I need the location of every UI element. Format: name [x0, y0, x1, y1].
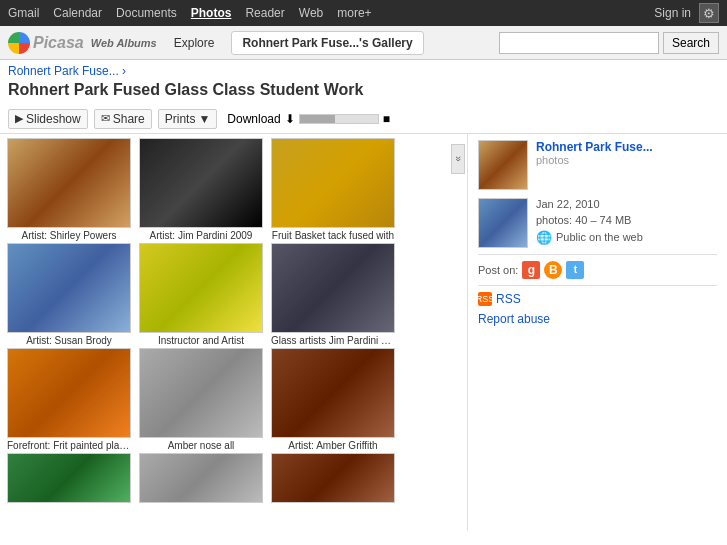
sidebar-album-sub: photos [536, 154, 653, 166]
download-progress-bar [299, 114, 379, 124]
explore-tab[interactable]: Explore [163, 31, 226, 55]
photo-thumbnail[interactable] [139, 243, 263, 333]
breadcrumb-link[interactable]: Rohnert Park Fuse... [8, 64, 119, 78]
page-title: Rohnert Park Fused Glass Class Student W… [0, 80, 727, 105]
photo-cell [4, 453, 134, 503]
top-nav-right: Sign in ⚙ [654, 3, 719, 23]
sidebar-album-thumbnail[interactable] [478, 140, 528, 190]
header-bar: Picasa Web Albums Explore Rohnert Park F… [0, 26, 727, 60]
slideshow-label: Slideshow [26, 112, 81, 126]
search-input[interactable] [499, 32, 659, 54]
slideshow-button[interactable]: ▶ Slideshow [8, 109, 88, 129]
rss-icon: RSS [478, 292, 492, 306]
photo-row: Artist: Susan Brody Instructor and Artis… [4, 243, 447, 346]
prints-button[interactable]: Prints ▼ [158, 109, 218, 129]
photo-cell: Artist: Shirley Powers [4, 138, 134, 241]
photo-thumbnail[interactable] [271, 138, 395, 228]
nav-more[interactable]: more+ [337, 6, 371, 20]
expand-sidebar-button[interactable]: » [451, 144, 465, 174]
sidebar-divider-2 [478, 285, 717, 286]
sidebar-divider [478, 254, 717, 255]
sidebar: Rohnert Park Fuse... photos Jan 22, 2010… [467, 134, 727, 531]
photo-thumbnail[interactable] [271, 243, 395, 333]
sidebar-date: Jan 22, 2010 [536, 198, 643, 210]
share-button[interactable]: ✉ Share [94, 109, 152, 129]
post-icons: g B t [522, 261, 584, 279]
prints-arrow-icon: ▼ [198, 112, 210, 126]
download-end-icon: ■ [383, 112, 390, 126]
download-area: Download ⬇ ■ [227, 112, 390, 126]
photo-thumbnail[interactable] [139, 348, 263, 438]
web-albums-label: Web Albums [91, 37, 157, 49]
photo-row: Artist: Shirley Powers Artist: Jim Pardi… [4, 138, 447, 241]
expand-column: » [451, 134, 467, 531]
nav-calendar[interactable]: Calendar [53, 6, 102, 20]
post-blogger-button[interactable]: B [544, 261, 562, 279]
photo-row: Forefront: Frit painted platter Amber no… [4, 348, 447, 451]
sidebar-photos-info: photos: 40 – 74 MB [536, 214, 643, 226]
top-nav-links: Gmail Calendar Documents Photos Reader W… [8, 6, 372, 20]
photo-thumbnail[interactable] [139, 138, 263, 228]
gallery-tab[interactable]: Rohnert Park Fuse...'s Gallery [231, 31, 423, 55]
photo-thumbnail[interactable] [271, 453, 395, 503]
sidebar-album-title[interactable]: Rohnert Park Fuse... [536, 140, 653, 154]
photo-cell: Instructor and Artist [136, 243, 266, 346]
toolbar: ▶ Slideshow ✉ Share Prints ▼ Download ⬇ … [0, 105, 727, 134]
photo-cell: Artist: Jim Pardini 2009 [136, 138, 266, 241]
top-navigation: Gmail Calendar Documents Photos Reader W… [0, 0, 727, 26]
photo-cell: Fruit Basket tack fused with [268, 138, 398, 241]
breadcrumb-separator: › [122, 64, 126, 78]
sidebar-album-info: Rohnert Park Fuse... photos [536, 140, 653, 166]
sidebar-album: Rohnert Park Fuse... photos [478, 140, 717, 190]
signin-link[interactable]: Sign in [654, 6, 691, 20]
photo-thumbnail[interactable] [7, 453, 131, 503]
nav-photos[interactable]: Photos [191, 6, 232, 20]
photo-caption: Forefront: Frit painted platter [7, 440, 131, 451]
settings-gear-button[interactable]: ⚙ [699, 3, 719, 23]
photo-thumbnail[interactable] [7, 243, 131, 333]
photo-cell: Artist: Susan Brody [4, 243, 134, 346]
sidebar-detail-info: Jan 22, 2010 photos: 40 – 74 MB 🌐 Public… [536, 198, 643, 247]
nav-documents[interactable]: Documents [116, 6, 177, 20]
picasa-icon [8, 32, 30, 54]
photo-thumbnail[interactable] [139, 453, 263, 503]
nav-gmail[interactable]: Gmail [8, 6, 39, 20]
photo-thumbnail[interactable] [271, 348, 395, 438]
photo-caption: Instructor and Artist [139, 335, 263, 346]
main-area: Artist: Shirley Powers Artist: Jim Pardi… [0, 134, 727, 531]
picasa-wordmark: Picasa [33, 34, 84, 52]
photo-grid: Artist: Shirley Powers Artist: Jim Pardi… [0, 134, 451, 531]
breadcrumb: Rohnert Park Fuse... › [0, 60, 727, 80]
photo-caption: Artist: Amber Griffith [271, 440, 395, 451]
sidebar-public-row: 🌐 Public on the web [536, 230, 643, 245]
post-twitter-button[interactable]: t [566, 261, 584, 279]
download-label[interactable]: Download [227, 112, 280, 126]
share-icon: ✉ [101, 112, 110, 125]
search-area: Search [499, 32, 719, 54]
public-on-web-label: Public on the web [556, 231, 643, 243]
photo-caption: Glass artists Jim Pardini and [271, 335, 395, 346]
photo-cell: Amber nose all [136, 348, 266, 451]
photo-caption: Artist: Susan Brody [7, 335, 131, 346]
post-on-label: Post on: [478, 264, 518, 276]
nav-reader[interactable]: Reader [245, 6, 284, 20]
photo-cell [268, 453, 398, 503]
rss-link[interactable]: RSS RSS [478, 292, 717, 306]
globe-icon: 🌐 [536, 230, 552, 245]
report-abuse-link[interactable]: Report abuse [478, 312, 550, 326]
slideshow-icon: ▶ [15, 112, 23, 125]
photo-cell: Glass artists Jim Pardini and [268, 243, 398, 346]
nav-web[interactable]: Web [299, 6, 323, 20]
photo-cell: Forefront: Frit painted platter [4, 348, 134, 451]
sidebar-detail-block: Jan 22, 2010 photos: 40 – 74 MB 🌐 Public… [478, 198, 717, 248]
photo-thumbnail[interactable] [7, 348, 131, 438]
photo-caption: Artist: Jim Pardini 2009 [139, 230, 263, 241]
post-google-button[interactable]: g [522, 261, 540, 279]
picasa-logo: Picasa Web Albums [8, 32, 157, 54]
photo-thumbnail[interactable] [7, 138, 131, 228]
download-icon: ⬇ [285, 112, 295, 126]
photo-caption: Fruit Basket tack fused with [271, 230, 395, 241]
search-button[interactable]: Search [663, 32, 719, 54]
photo-caption: Amber nose all [139, 440, 263, 451]
sidebar-detail-thumbnail[interactable] [478, 198, 528, 248]
